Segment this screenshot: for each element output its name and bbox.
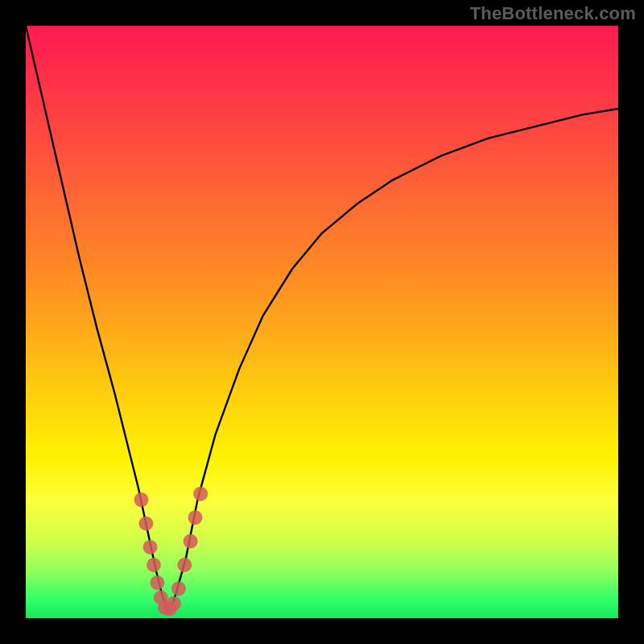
highlighted-point	[138, 516, 153, 530]
highlighted-point	[188, 510, 203, 525]
highlighted-point	[147, 558, 161, 572]
highlighted-point	[177, 558, 192, 572]
bottleneck-curve	[26, 26, 618, 613]
highlighted-point	[184, 534, 198, 548]
chart-svg	[26, 26, 618, 618]
highlighted-point	[171, 581, 186, 596]
highlighted-point	[143, 540, 158, 555]
plot-area	[26, 26, 618, 618]
watermark-text: TheBottleneck.com	[470, 3, 636, 24]
highlighted-point	[134, 493, 149, 507]
highlighted-point	[167, 597, 181, 611]
highlighted-point	[193, 486, 208, 501]
highlighted-point	[150, 576, 164, 590]
chart-frame: TheBottleneck.com	[0, 0, 644, 644]
